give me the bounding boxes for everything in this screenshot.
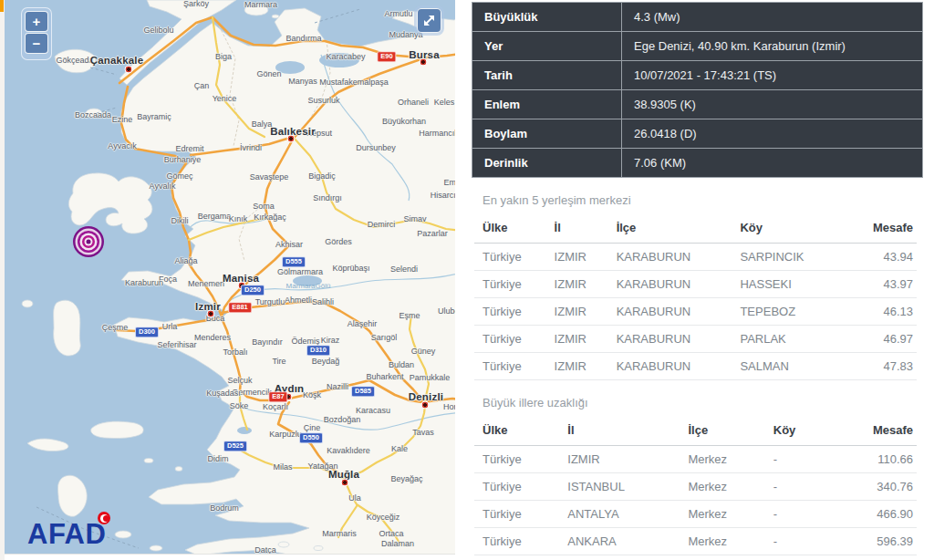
afad-logo-text: AFAD (27, 518, 106, 550)
table-cell: SARPINCIK (732, 244, 840, 271)
column-header: İl (546, 215, 608, 244)
column-header: Ülke (474, 215, 546, 244)
expand-arrows-icon (422, 14, 436, 27)
map[interactable]: ŞarköyMarmaraArmutluGeliboluMudanyaBandı… (5, 0, 455, 555)
table-cell: Merkez (680, 501, 764, 528)
map-fullscreen-button[interactable] (417, 8, 441, 33)
zoom-out-button[interactable]: − (25, 33, 48, 54)
table-cell: Türkiye (474, 353, 546, 380)
table-cell: Türkiye (474, 271, 546, 298)
earthquake-detail-table: Büyüklük4.3 (Mw)YerEge Denizi, 40.90 km.… (472, 2, 923, 178)
table-cell: Türkiye (474, 473, 559, 501)
edge-accent (0, 0, 4, 12)
road-badge: D555 (282, 256, 306, 267)
road-badge: E87 (268, 391, 287, 402)
table-cell: Merkez (680, 528, 764, 555)
column-header: Köy (732, 215, 840, 244)
column-header: Mesafe (822, 418, 917, 446)
detail-label: Boylam (472, 119, 622, 149)
zoom-in-button[interactable]: + (25, 11, 48, 32)
detail-label: Enlem (472, 90, 622, 119)
detail-row: Boylam26.0418 (D) (472, 119, 923, 149)
table-row: TürkiyeIZMIRKARABURUNSARPINCIK43.94 (474, 244, 917, 271)
table-row: TürkiyeANKARAMerkez-596.39 (474, 528, 917, 555)
detail-label: Büyüklük (472, 3, 622, 32)
table-cell: Türkiye (474, 244, 546, 271)
table-cell: 46.13 (840, 298, 917, 326)
detail-row: Büyüklük4.3 (Mw) (472, 3, 923, 32)
table-row: TürkiyeIZMIRKARABURUNHASSEKI43.97 (474, 271, 917, 298)
column-header: İl (559, 418, 680, 446)
table-cell: HASSEKI (732, 271, 840, 298)
table-header-row: ÜlkeİlİlçeKöyMesafe (474, 418, 917, 446)
table-cell: 596.39 (822, 528, 917, 555)
nearest-settlements-title: En yakın 5 yerleşim merkezi (483, 193, 923, 207)
earthquake-detail-page: ŞarköyMarmaraArmutluGeliboluMudanyaBandı… (0, 0, 934, 560)
table-cell: - (765, 446, 822, 473)
table-cell: - (765, 501, 822, 528)
afad-logo: AFAD (27, 516, 128, 553)
nearest-settlements-table: ÜlkeİlİlçeKöyMesafe TürkiyeIZMIRKARABURU… (474, 215, 917, 380)
table-cell: ERZURUM (559, 555, 680, 560)
table-cell: ANKARA (559, 528, 680, 555)
road-badge: D300 (135, 327, 159, 337)
detail-value: Ege Denizi, 40.90 km. Karaburun (Izmir) (622, 32, 923, 61)
road-badge: D585 (351, 386, 375, 397)
table-row: TürkiyeANTALYAMerkez-466.90 (474, 501, 917, 528)
table-cell: 340.76 (822, 473, 917, 501)
map-zoom-control: + − (21, 7, 52, 60)
table-cell: IZMIR (546, 326, 608, 353)
detail-row: YerEge Denizi, 40.90 km. Karaburun (Izmi… (472, 32, 923, 61)
detail-label: Derinlik (472, 149, 622, 178)
table-cell: 110.66 (822, 446, 917, 473)
table-cell: TEPEBOZ (732, 298, 840, 326)
big-cities-distance-table: ÜlkeİlİlçeKöyMesafe TürkiyeIZMIRMerkez-1… (474, 418, 917, 560)
table-cell: Türkiye (474, 501, 559, 528)
table-cell: Merkez (680, 473, 764, 501)
table-row: TürkiyeERZURUMMerkez-1314.15 (474, 555, 917, 560)
table-cell: KARABURUN (608, 244, 732, 271)
detail-row: Enlem38.9305 (K) (472, 90, 923, 119)
column-header: Köy (765, 418, 822, 446)
table-cell: - (765, 555, 822, 560)
detail-value: 26.0418 (D) (622, 119, 923, 149)
road-badge: D525 (223, 441, 247, 451)
detail-row: Derinlik7.06 (KM) (472, 149, 923, 178)
table-cell: 47.83 (840, 353, 917, 380)
road-badge: E90 (377, 51, 396, 62)
detail-value: 7.06 (KM) (622, 149, 923, 178)
detail-row: Tarih10/07/2021 - 17:43:21 (TS) (472, 61, 923, 90)
table-cell: 43.94 (840, 244, 917, 271)
table-cell: PARLAK (732, 326, 840, 353)
turkish-flag-icon (98, 512, 110, 524)
table-cell: Merkez (680, 555, 764, 560)
table-cell: KARABURUN (608, 353, 732, 380)
table-cell: - (765, 528, 822, 555)
table-cell: ISTANBUL (559, 473, 680, 501)
big-cities-distance-title: Büyük illere uzaklığı (483, 396, 923, 410)
table-row: TürkiyeIZMIRMerkez-110.66 (474, 446, 917, 473)
table-cell: Türkiye (474, 298, 546, 326)
table-cell: 466.90 (822, 501, 917, 528)
table-cell: Türkiye (474, 446, 559, 473)
road-badge: E881 (228, 302, 252, 313)
map-road-badges: E90E881E87D555D250D300D310D585D550D525 (5, 0, 455, 554)
table-cell: Türkiye (474, 326, 546, 353)
table-cell: IZMIR (546, 298, 608, 326)
road-badge: D250 (241, 285, 265, 296)
detail-value: 38.9305 (K) (622, 90, 923, 119)
table-row: TürkiyeIZMIRKARABURUNTEPEBOZ46.13 (474, 298, 917, 326)
table-cell: SALMAN (732, 353, 840, 380)
table-cell: KARABURUN (608, 271, 732, 298)
table-header-row: ÜlkeİlİlçeKöyMesafe (474, 215, 917, 244)
epicenter-marker[interactable] (87, 240, 91, 244)
table-row: TürkiyeISTANBULMerkez-340.76 (474, 473, 917, 501)
table-cell: Türkiye (474, 555, 559, 560)
table-cell: 46.97 (840, 326, 917, 353)
table-row: TürkiyeIZMIRKARABURUNSALMAN47.83 (474, 353, 917, 380)
table-cell: IZMIR (559, 446, 680, 473)
detail-label: Tarih (472, 61, 622, 90)
table-cell: ANTALYA (559, 501, 680, 528)
table-cell: 1314.15 (822, 555, 917, 560)
table-cell: IZMIR (546, 353, 608, 380)
